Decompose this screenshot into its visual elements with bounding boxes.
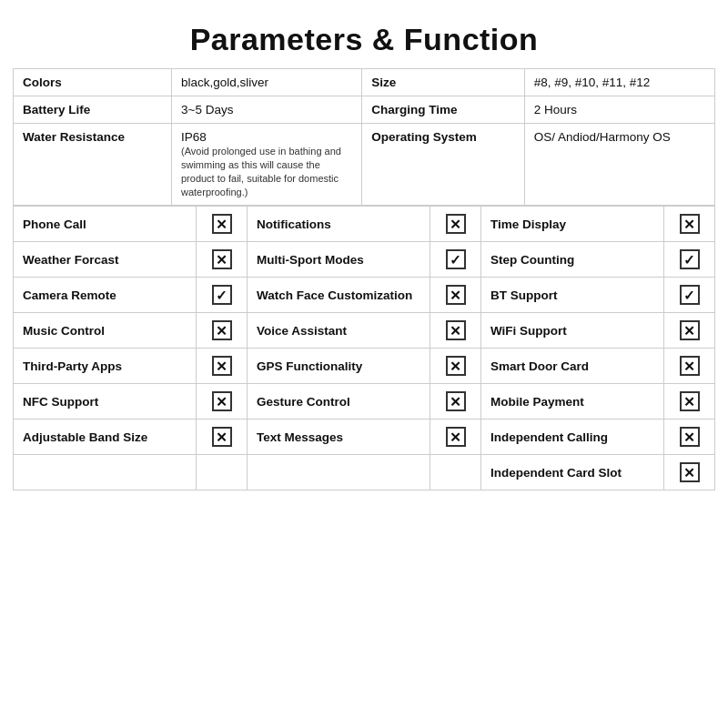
features-row: Camera Remote✓Watch Face Customization✕B… bbox=[14, 278, 715, 313]
feat-check-7-1 bbox=[430, 455, 481, 490]
feat-check-7-0 bbox=[197, 455, 248, 490]
params-row-water: Water Resistance IP68 (Avoid prolonged u… bbox=[14, 124, 715, 206]
feat-label-0-0: Phone Call bbox=[14, 207, 197, 242]
features-table: Phone Call✕Notifications✕Time Display✕We… bbox=[13, 206, 715, 490]
os-label: Operating System bbox=[362, 124, 525, 206]
feat-check-6-1: ✕ bbox=[430, 420, 481, 455]
colors-value: black,gold,sliver bbox=[171, 69, 361, 96]
feat-label-1-0: Weather Forcast bbox=[14, 242, 197, 278]
feat-label-7-0 bbox=[14, 455, 197, 490]
feat-label-5-0: NFC Support bbox=[14, 384, 197, 420]
feat-label-0-1: Notifications bbox=[247, 207, 430, 242]
feat-label-3-0: Music Control bbox=[14, 313, 197, 349]
feat-check-1-2: ✓ bbox=[664, 242, 715, 278]
features-row: Phone Call✕Notifications✕Time Display✕ bbox=[14, 207, 715, 242]
features-row: NFC Support✕Gesture Control✕Mobile Payme… bbox=[14, 384, 715, 420]
feat-label-7-1 bbox=[247, 455, 430, 490]
params-table: Colors black,gold,sliver Size #8, #9, #1… bbox=[13, 68, 715, 206]
water-label: Water Resistance bbox=[14, 124, 172, 206]
feat-check-0-1: ✕ bbox=[430, 207, 481, 242]
feat-check-5-0: ✕ bbox=[197, 384, 248, 420]
params-row-colors: Colors black,gold,sliver Size #8, #9, #1… bbox=[14, 69, 715, 96]
feat-check-3-1: ✕ bbox=[430, 313, 481, 349]
feat-check-2-2: ✓ bbox=[664, 278, 715, 313]
feat-check-2-0: ✓ bbox=[197, 278, 248, 313]
feat-check-4-1: ✕ bbox=[430, 349, 481, 384]
features-row: Independent Card Slot✕ bbox=[14, 455, 715, 490]
feat-check-6-0: ✕ bbox=[197, 420, 248, 455]
water-value: IP68 (Avoid prolonged use in bathing and… bbox=[171, 124, 361, 206]
feat-label-5-2: Mobile Payment bbox=[480, 384, 663, 420]
features-row: Weather Forcast✕Multi-Sport Modes✓Step C… bbox=[14, 242, 715, 278]
feat-label-1-1: Multi-Sport Modes bbox=[247, 242, 430, 278]
feat-label-7-2: Independent Card Slot bbox=[480, 455, 663, 490]
feat-label-6-0: Adjustable Band Size bbox=[14, 420, 197, 455]
battery-value: 3~5 Days bbox=[171, 96, 361, 124]
params-row-battery: Battery Life 3~5 Days Charging Time 2 Ho… bbox=[14, 96, 715, 124]
feat-check-3-2: ✕ bbox=[664, 313, 715, 349]
charging-label: Charging Time bbox=[362, 96, 525, 124]
os-value: OS/ Andiod/Harmony OS bbox=[524, 124, 714, 206]
features-row: Adjustable Band Size✕Text Messages✕Indep… bbox=[14, 420, 715, 455]
feat-label-2-0: Camera Remote bbox=[14, 278, 197, 313]
feat-label-0-2: Time Display bbox=[480, 207, 663, 242]
feat-check-6-2: ✕ bbox=[664, 420, 715, 455]
features-row: Third-Party Apps✕GPS Functionality✕Smart… bbox=[14, 349, 715, 384]
feat-label-6-1: Text Messages bbox=[247, 420, 430, 455]
feat-label-3-1: Voice Assistant bbox=[247, 313, 430, 349]
feat-check-4-0: ✕ bbox=[197, 349, 248, 384]
feat-check-3-0: ✕ bbox=[197, 313, 248, 349]
feat-label-4-2: Smart Door Card bbox=[480, 349, 663, 384]
feat-label-3-2: WiFi Support bbox=[480, 313, 663, 349]
feat-label-2-1: Watch Face Customization bbox=[247, 278, 430, 313]
features-row: Music Control✕Voice Assistant✕WiFi Suppo… bbox=[14, 313, 715, 349]
feat-check-5-1: ✕ bbox=[430, 384, 481, 420]
size-label: Size bbox=[362, 69, 525, 96]
battery-label: Battery Life bbox=[14, 96, 172, 124]
feat-check-4-2: ✕ bbox=[664, 349, 715, 384]
feat-label-5-1: Gesture Control bbox=[247, 384, 430, 420]
feat-label-2-2: BT Support bbox=[480, 278, 663, 313]
water-note: (Avoid prolonged use in bathing and swim… bbox=[181, 146, 341, 197]
page-title: Parameters & Function bbox=[13, 9, 715, 68]
feat-label-4-0: Third-Party Apps bbox=[14, 349, 197, 384]
feat-label-6-2: Independent Calling bbox=[480, 420, 663, 455]
charging-value: 2 Hours bbox=[524, 96, 714, 124]
feat-check-1-0: ✕ bbox=[197, 242, 248, 278]
feat-check-5-2: ✕ bbox=[664, 384, 715, 420]
page: Parameters & Function Colors black,gold,… bbox=[0, 0, 728, 503]
feat-check-0-0: ✕ bbox=[197, 207, 248, 242]
feat-label-4-1: GPS Functionality bbox=[247, 349, 430, 384]
colors-label: Colors bbox=[14, 69, 172, 96]
feat-check-1-1: ✓ bbox=[430, 242, 481, 278]
feat-check-2-1: ✕ bbox=[430, 278, 481, 313]
feat-check-0-2: ✕ bbox=[664, 207, 715, 242]
feat-check-7-2: ✕ bbox=[664, 455, 715, 490]
feat-label-1-2: Step Counting bbox=[480, 242, 663, 278]
size-value: #8, #9, #10, #11, #12 bbox=[524, 69, 714, 96]
